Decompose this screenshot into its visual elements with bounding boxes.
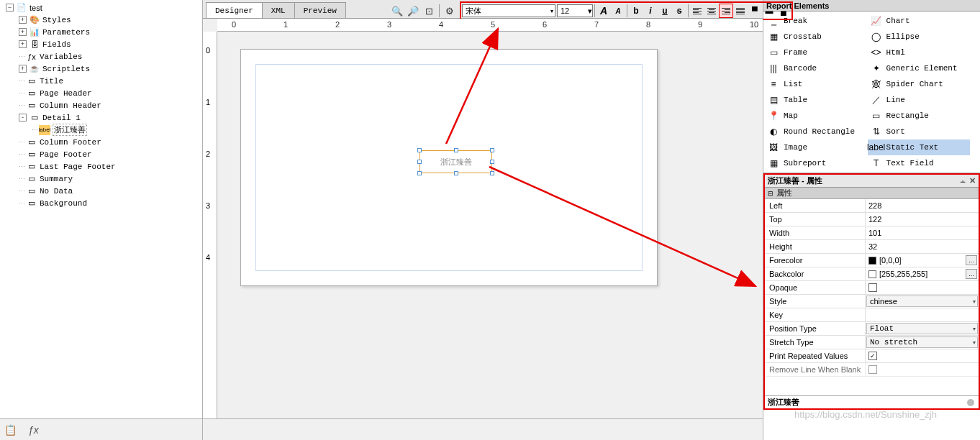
dock-icon[interactable]: ⫠ <box>959 176 967 185</box>
canvas[interactable]: 浙江臻善 <box>217 32 763 418</box>
increase-font-icon[interactable]: A <box>596 4 611 18</box>
resize-handle[interactable] <box>417 171 422 175</box>
tree-item[interactable]: -▭Detail 1 <box>3 111 202 124</box>
checkbox[interactable] <box>868 365 877 374</box>
resize-handle[interactable] <box>490 160 494 164</box>
palette-item[interactable]: ▤Table <box>765 92 868 108</box>
resize-handle[interactable] <box>490 148 494 152</box>
property-value-cell[interactable]: [0,0,0]... <box>866 254 979 267</box>
palette-item[interactable]: |||Barcode <box>765 60 868 76</box>
close-icon[interactable]: ✕ <box>969 176 976 185</box>
font-size-select[interactable]: 12 ▾ <box>557 4 593 17</box>
palette-item[interactable]: ◐Round Rectangle <box>765 124 868 139</box>
tree-item[interactable]: +☕Scriptlets <box>3 63 202 75</box>
property-row[interactable]: Height32 <box>765 240 979 254</box>
tree-item[interactable]: ⋯▭Page Header <box>3 87 202 99</box>
palette-item[interactable]: ▭Rectangle <box>868 108 971 124</box>
tree-item[interactable]: ⋯▭Last Page Footer <box>3 160 202 173</box>
palette-item[interactable]: labelStatic Text <box>868 139 971 155</box>
property-value-cell[interactable] <box>866 363 979 376</box>
tree-root[interactable]: − 📄 test <box>3 1 202 14</box>
property-value-cell[interactable] <box>866 281 979 294</box>
property-value-cell[interactable] <box>866 308 979 321</box>
align-right-button[interactable] <box>719 4 733 18</box>
property-row[interactable]: Left228 <box>765 199 979 213</box>
toggle-icon[interactable]: + <box>19 65 27 73</box>
checkbox[interactable]: ✓ <box>868 352 877 360</box>
palette-item[interactable]: ✦Generic Element <box>868 60 971 76</box>
tree-item[interactable]: ⋯ƒxVariables <box>3 50 202 63</box>
align-left-button[interactable] <box>690 4 704 18</box>
tab-xml[interactable]: XML <box>262 2 295 18</box>
tree-item[interactable]: +📊Parameters <box>3 26 202 38</box>
tree-item[interactable]: ⋯▭No Data <box>3 185 202 197</box>
property-row[interactable]: Stylechinese▾ <box>765 295 979 308</box>
palette-item[interactable]: ▦Crosstab <box>765 29 868 45</box>
strike-button[interactable]: s <box>672 4 686 18</box>
tree-item[interactable]: ⋯▭Column Footer <box>3 136 202 148</box>
palette-item[interactable]: ／Line <box>868 92 971 108</box>
footer-icon-2[interactable]: ƒx <box>28 424 39 436</box>
chevron-down-icon[interactable]: ▾ <box>973 326 976 332</box>
valign-bottom-button[interactable]: ▄ <box>776 4 791 18</box>
resize-handle[interactable] <box>490 171 494 175</box>
palette-item[interactable]: 📍Map <box>765 108 868 124</box>
property-row[interactable]: Width101 <box>765 226 979 240</box>
underline-button[interactable]: u <box>658 4 672 18</box>
property-value-cell[interactable]: 101 <box>866 226 979 239</box>
property-value-cell[interactable]: 122 <box>866 213 979 226</box>
chevron-down-icon[interactable]: ▾ <box>973 339 976 346</box>
property-row[interactable]: Key <box>765 308 979 322</box>
decrease-font-icon[interactable]: A <box>611 4 625 18</box>
property-value-cell[interactable]: Float▾ <box>866 323 978 334</box>
palette-item[interactable]: TText Field <box>868 155 971 171</box>
collapse-icon[interactable]: − <box>6 4 14 12</box>
property-value-cell[interactable]: ✓ <box>866 349 979 362</box>
palette-item[interactable]: <>Html <box>868 45 971 60</box>
tree-child[interactable]: ⋯label浙江臻善 <box>3 124 202 136</box>
property-row[interactable]: Forecolor[0,0,0]... <box>765 254 979 267</box>
property-row[interactable]: Print Repeated Values✓ <box>765 349 979 363</box>
palette-item[interactable]: 🕸Spider Chart <box>868 76 971 92</box>
resize-handle[interactable] <box>417 148 422 152</box>
toggle-icon[interactable]: + <box>19 16 27 24</box>
property-value-cell[interactable]: No stretch▾ <box>866 336 978 348</box>
resize-handle[interactable] <box>454 171 458 175</box>
chevron-down-icon[interactable]: ▾ <box>973 298 976 305</box>
footer-icon-1[interactable]: 📋 <box>4 424 17 436</box>
bold-button[interactable]: b <box>629 4 643 18</box>
palette-item[interactable]: ▦Subreport <box>765 155 868 171</box>
valign-middle-button[interactable]: ▬ <box>762 4 776 18</box>
property-row[interactable]: Remove Line When Blank <box>765 363 979 377</box>
tree-item[interactable]: ⋯▭Summary <box>3 173 202 185</box>
property-value-cell[interactable]: [255,255,255]... <box>866 267 979 280</box>
palette-item[interactable]: 📈Chart <box>868 13 971 29</box>
palette-item[interactable]: ≡List <box>765 76 868 92</box>
ellipsis-button[interactable]: ... <box>966 255 977 265</box>
property-row[interactable]: Opaque <box>765 281 979 295</box>
palette-item[interactable]: ▭Frame <box>765 45 868 60</box>
align-justify-button[interactable] <box>733 4 748 18</box>
zoom-fit-icon[interactable]: ⊡ <box>422 4 436 18</box>
valign-top-button[interactable]: ▀ <box>748 4 762 18</box>
resize-handle[interactable] <box>454 148 458 152</box>
property-value-cell[interactable]: 228 <box>866 199 979 212</box>
toggle-icon[interactable]: - <box>19 114 27 122</box>
align-center-button[interactable] <box>704 4 719 18</box>
zoom-in-icon[interactable]: 🔍 <box>390 4 404 18</box>
toggle-icon[interactable]: + <box>19 40 27 48</box>
report-page[interactable]: 浙江臻善 <box>240 49 658 286</box>
property-value-cell[interactable]: chinese▾ <box>866 295 978 307</box>
property-row[interactable]: Stretch TypeNo stretch▾ <box>765 336 979 349</box>
tree-item[interactable]: ⋯▭Column Header <box>3 99 202 111</box>
tree-item[interactable]: ⋯▭Title <box>3 75 202 87</box>
ellipsis-button[interactable]: ... <box>966 269 977 279</box>
palette-item[interactable]: ◯Ellipse <box>868 29 971 45</box>
font-select[interactable]: 宋体 ▾ <box>462 4 555 17</box>
tree-item[interactable]: ⋯▭Background <box>3 197 202 209</box>
tree-item[interactable]: +🗄Fields <box>3 38 202 50</box>
properties-section[interactable]: 属性 <box>765 188 979 199</box>
settings-icon[interactable]: ⚙ <box>443 4 457 18</box>
italic-button[interactable]: i <box>643 4 658 18</box>
property-value-cell[interactable]: 32 <box>866 240 979 253</box>
